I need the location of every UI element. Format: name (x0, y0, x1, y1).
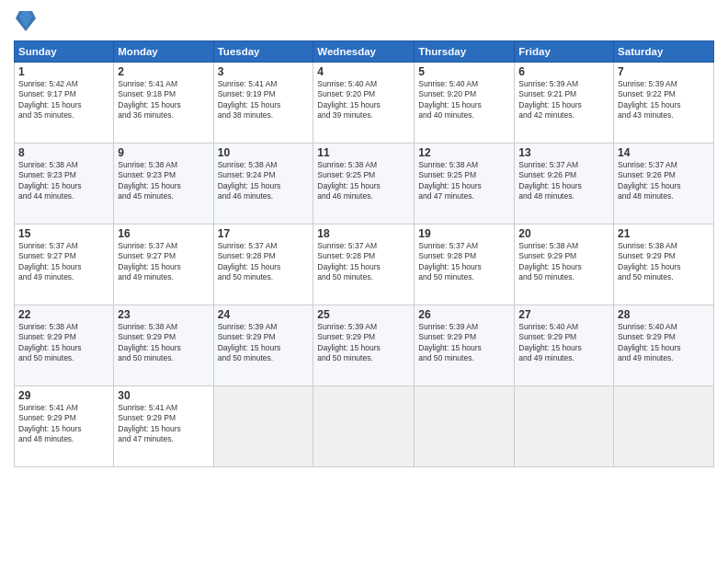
day-number: 19 (418, 227, 510, 240)
day-cell: 20Sunrise: 5:38 AM Sunset: 9:29 PM Dayli… (515, 224, 614, 305)
day-cell (614, 386, 714, 467)
day-number: 21 (618, 227, 710, 240)
day-cell: 11Sunrise: 5:38 AM Sunset: 9:25 PM Dayli… (313, 144, 415, 224)
day-info: Sunrise: 5:39 AM Sunset: 9:29 PM Dayligh… (418, 322, 510, 364)
day-number: 2 (118, 65, 209, 78)
day-number: 12 (418, 146, 510, 159)
day-cell: 28Sunrise: 5:40 AM Sunset: 9:29 PM Dayli… (614, 305, 714, 386)
day-number: 4 (317, 65, 410, 78)
day-number: 18 (317, 227, 410, 240)
day-cell: 6Sunrise: 5:39 AM Sunset: 9:21 PM Daylig… (515, 63, 614, 144)
day-number: 14 (618, 146, 710, 159)
day-info: Sunrise: 5:37 AM Sunset: 9:26 PM Dayligh… (518, 160, 609, 202)
day-info: Sunrise: 5:39 AM Sunset: 9:22 PM Dayligh… (618, 79, 710, 121)
logo-icon (16, 9, 36, 33)
day-cell: 18Sunrise: 5:37 AM Sunset: 9:28 PM Dayli… (313, 224, 415, 305)
weekday-friday: Friday (515, 41, 614, 63)
day-info: Sunrise: 5:38 AM Sunset: 9:29 PM Dayligh… (618, 241, 710, 283)
day-cell: 4Sunrise: 5:40 AM Sunset: 9:20 PM Daylig… (313, 63, 415, 144)
day-info: Sunrise: 5:41 AM Sunset: 9:29 PM Dayligh… (18, 403, 109, 445)
day-number: 5 (418, 65, 510, 78)
day-number: 9 (118, 146, 209, 159)
day-info: Sunrise: 5:37 AM Sunset: 9:28 PM Dayligh… (218, 241, 310, 283)
weekday-header-row: SundayMondayTuesdayWednesdayThursdayFrid… (15, 41, 714, 63)
day-info: Sunrise: 5:37 AM Sunset: 9:28 PM Dayligh… (418, 241, 510, 283)
day-cell: 2Sunrise: 5:41 AM Sunset: 9:18 PM Daylig… (114, 63, 213, 144)
day-number: 3 (218, 65, 310, 78)
day-cell: 17Sunrise: 5:37 AM Sunset: 9:28 PM Dayli… (213, 224, 313, 305)
day-cell: 23Sunrise: 5:38 AM Sunset: 9:29 PM Dayli… (114, 305, 213, 386)
day-info: Sunrise: 5:41 AM Sunset: 9:19 PM Dayligh… (218, 79, 310, 121)
day-info: Sunrise: 5:38 AM Sunset: 9:25 PM Dayligh… (418, 160, 510, 202)
day-cell: 30Sunrise: 5:41 AM Sunset: 9:29 PM Dayli… (114, 386, 213, 467)
day-info: Sunrise: 5:41 AM Sunset: 9:18 PM Dayligh… (118, 79, 209, 121)
day-cell: 9Sunrise: 5:38 AM Sunset: 9:23 PM Daylig… (114, 144, 213, 224)
day-number: 17 (218, 227, 310, 240)
day-cell (213, 386, 313, 467)
day-cell: 24Sunrise: 5:39 AM Sunset: 9:29 PM Dayli… (213, 305, 313, 386)
day-number: 22 (18, 308, 109, 321)
day-number: 29 (18, 389, 109, 402)
day-cell: 10Sunrise: 5:38 AM Sunset: 9:24 PM Dayli… (213, 144, 313, 224)
day-info: Sunrise: 5:40 AM Sunset: 9:20 PM Dayligh… (418, 79, 510, 121)
day-number: 30 (118, 389, 209, 402)
day-number: 23 (118, 308, 209, 321)
weekday-wednesday: Wednesday (313, 41, 415, 63)
day-cell: 22Sunrise: 5:38 AM Sunset: 9:29 PM Dayli… (15, 305, 114, 386)
day-cell: 29Sunrise: 5:41 AM Sunset: 9:29 PM Dayli… (15, 386, 114, 467)
day-number: 28 (618, 308, 710, 321)
day-cell: 19Sunrise: 5:37 AM Sunset: 9:28 PM Dayli… (415, 224, 515, 305)
day-info: Sunrise: 5:40 AM Sunset: 9:29 PM Dayligh… (618, 322, 710, 364)
day-cell: 21Sunrise: 5:38 AM Sunset: 9:29 PM Dayli… (614, 224, 714, 305)
day-cell (313, 386, 415, 467)
day-cell: 13Sunrise: 5:37 AM Sunset: 9:26 PM Dayli… (515, 144, 614, 224)
day-cell: 27Sunrise: 5:40 AM Sunset: 9:29 PM Dayli… (515, 305, 614, 386)
day-cell: 15Sunrise: 5:37 AM Sunset: 9:27 PM Dayli… (15, 224, 114, 305)
calendar-table: SundayMondayTuesdayWednesdayThursdayFrid… (14, 40, 714, 467)
page-header (14, 9, 714, 33)
day-number: 16 (118, 227, 209, 240)
day-info: Sunrise: 5:39 AM Sunset: 9:21 PM Dayligh… (518, 79, 609, 121)
day-info: Sunrise: 5:37 AM Sunset: 9:27 PM Dayligh… (118, 241, 209, 283)
day-number: 6 (518, 65, 609, 78)
day-info: Sunrise: 5:37 AM Sunset: 9:26 PM Dayligh… (618, 160, 710, 202)
day-number: 20 (518, 227, 609, 240)
day-number: 24 (218, 308, 310, 321)
day-info: Sunrise: 5:38 AM Sunset: 9:29 PM Dayligh… (118, 322, 209, 364)
day-info: Sunrise: 5:42 AM Sunset: 9:17 PM Dayligh… (18, 79, 109, 121)
week-row-1: 1Sunrise: 5:42 AM Sunset: 9:17 PM Daylig… (15, 63, 714, 144)
day-info: Sunrise: 5:38 AM Sunset: 9:29 PM Dayligh… (18, 322, 109, 364)
day-number: 10 (218, 146, 310, 159)
day-cell: 7Sunrise: 5:39 AM Sunset: 9:22 PM Daylig… (614, 63, 714, 144)
day-number: 27 (518, 308, 609, 321)
day-cell: 16Sunrise: 5:37 AM Sunset: 9:27 PM Dayli… (114, 224, 213, 305)
day-number: 8 (18, 146, 109, 159)
day-number: 1 (18, 65, 109, 78)
day-number: 11 (317, 146, 410, 159)
day-info: Sunrise: 5:40 AM Sunset: 9:20 PM Dayligh… (317, 79, 410, 121)
day-info: Sunrise: 5:40 AM Sunset: 9:29 PM Dayligh… (518, 322, 609, 364)
week-row-2: 8Sunrise: 5:38 AM Sunset: 9:23 PM Daylig… (15, 144, 714, 224)
day-info: Sunrise: 5:38 AM Sunset: 9:23 PM Dayligh… (18, 160, 109, 202)
day-info: Sunrise: 5:37 AM Sunset: 9:28 PM Dayligh… (317, 241, 410, 283)
day-cell: 8Sunrise: 5:38 AM Sunset: 9:23 PM Daylig… (15, 144, 114, 224)
week-row-5: 29Sunrise: 5:41 AM Sunset: 9:29 PM Dayli… (15, 386, 714, 467)
logo (14, 9, 36, 33)
day-number: 15 (18, 227, 109, 240)
day-cell (515, 386, 614, 467)
day-number: 25 (317, 308, 410, 321)
day-info: Sunrise: 5:38 AM Sunset: 9:23 PM Dayligh… (118, 160, 209, 202)
day-info: Sunrise: 5:41 AM Sunset: 9:29 PM Dayligh… (118, 403, 209, 445)
day-number: 13 (518, 146, 609, 159)
day-info: Sunrise: 5:38 AM Sunset: 9:29 PM Dayligh… (518, 241, 609, 283)
day-cell (415, 386, 515, 467)
day-cell: 1Sunrise: 5:42 AM Sunset: 9:17 PM Daylig… (15, 63, 114, 144)
day-cell: 14Sunrise: 5:37 AM Sunset: 9:26 PM Dayli… (614, 144, 714, 224)
weekday-sunday: Sunday (15, 41, 114, 63)
day-number: 26 (418, 308, 510, 321)
weekday-saturday: Saturday (614, 41, 714, 63)
weekday-monday: Monday (114, 41, 213, 63)
weekday-thursday: Thursday (415, 41, 515, 63)
day-info: Sunrise: 5:39 AM Sunset: 9:29 PM Dayligh… (317, 322, 410, 364)
day-info: Sunrise: 5:38 AM Sunset: 9:24 PM Dayligh… (218, 160, 310, 202)
